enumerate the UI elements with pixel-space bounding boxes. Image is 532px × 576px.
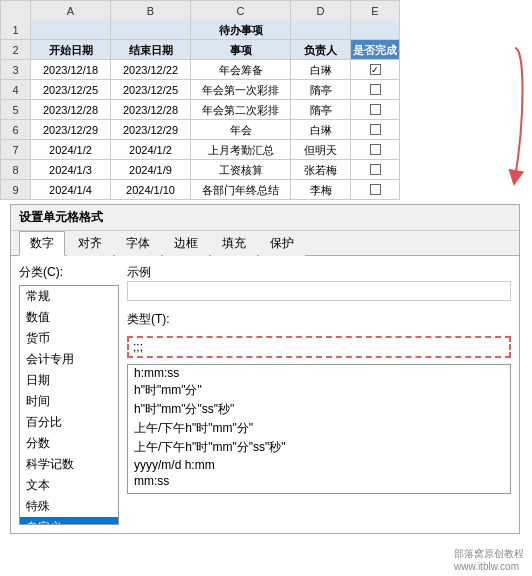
cell-5e[interactable] [350,100,400,120]
cell-7d: 但明天 [290,140,350,160]
fmt-6[interactable]: mm:ss [128,473,510,489]
rownum-6: 6 [0,120,30,140]
cell-2e: 是否完成 [350,40,400,60]
col-header-row: A B C D E [0,0,532,20]
watermark-line2: www.itblw.com [454,561,524,572]
cell-4a: 2023/12/25 [30,80,110,100]
tab-protect[interactable]: 保护 [259,231,305,256]
cat-text[interactable]: 文本 [20,475,118,496]
spreadsheet: A B C D E 1 待办事项 2 开始日期 结束日期 事项 负责人 是否完成… [0,0,532,200]
tab-border[interactable]: 边框 [163,231,209,256]
col-headers: A B C D E [30,0,532,20]
cell-8d: 张若梅 [290,160,350,180]
col-header-d: D [290,0,350,20]
cell-9e[interactable] [350,180,400,200]
cell-2d: 负责人 [290,40,350,60]
cat-currency[interactable]: 货币 [20,328,118,349]
cell-2a: 开始日期 [30,40,110,60]
fmt-3[interactable]: 上午/下午h"时"mm"分" [128,419,510,438]
tab-align[interactable]: 对齐 [67,231,113,256]
format-list[interactable]: h:mm:ss h"时"mm"分" h"时"mm"分"ss"秒" 上午/下午h"… [127,364,511,494]
cell-8e[interactable] [350,160,400,180]
rownum-4: 4 [0,80,30,100]
cell-9a: 2024/1/4 [30,180,110,200]
cell-3a: 2023/12/18 [30,60,110,80]
col-header-e: E [350,0,400,20]
cat-accounting[interactable]: 会计专用 [20,349,118,370]
col-header-b: B [110,0,190,20]
row-5: 5 2023/12/28 2023/12/28 年会第二次彩排 隋亭 [0,100,532,120]
fmt-4[interactable]: 上午/下午h"时"mm"分"ss"秒" [128,438,510,457]
cell-5c: 年会第二次彩排 [190,100,290,120]
example-section: 示例 [127,264,511,301]
checkbox-6[interactable] [370,124,381,135]
cell-8b: 2024/1/9 [110,160,190,180]
cell-6a: 2023/12/29 [30,120,110,140]
right-panel: 示例 类型(T): ;;; h:mm:ss h"时"mm"分" h"时"mm"分… [127,264,511,525]
category-panel: 分类(C): 常规 数值 货币 会计专用 日期 时间 百分比 分数 科学记数 文… [19,264,119,525]
fmt-0[interactable]: h:mm:ss [128,365,510,381]
row-1: 1 待办事项 [0,20,532,40]
rownum-8: 8 [0,160,30,180]
dialog-tabs[interactable]: 数字 对齐 字体 边框 填充 保护 [11,231,519,256]
example-box [127,281,511,301]
cat-percent[interactable]: 百分比 [20,412,118,433]
example-label: 示例 [127,264,511,281]
cell-1b [110,20,190,40]
checkbox-3[interactable] [370,64,381,75]
rownum-1: 1 [0,20,30,40]
row-8: 8 2024/1/3 2024/1/9 工资核算 张若梅 [0,160,532,180]
cat-number[interactable]: 数值 [20,307,118,328]
col-header-a: A [30,0,110,20]
checkbox-9[interactable] [370,184,381,195]
cell-4b: 2023/12/25 [110,80,190,100]
checkbox-8[interactable] [370,164,381,175]
row-9: 9 2024/1/4 2024/1/10 各部门年终总结 李梅 [0,180,532,200]
cell-5a: 2023/12/28 [30,100,110,120]
rownum-3: 3 [0,60,30,80]
category-list[interactable]: 常规 数值 货币 会计专用 日期 时间 百分比 分数 科学记数 文本 特殊 自定… [19,285,119,525]
cat-custom[interactable]: 自定义 [20,517,118,525]
cell-3d: 白琳 [290,60,350,80]
cell-9c: 各部门年终总结 [190,180,290,200]
type-label: 类型(T): [127,311,511,328]
fmt-5[interactable]: yyyy/m/d h:mm [128,457,510,473]
type-input[interactable]: ;;; [127,336,511,358]
cell-1a [30,20,110,40]
tab-fill[interactable]: 填充 [211,231,257,256]
cat-special[interactable]: 特殊 [20,496,118,517]
row-4: 4 2023/12/25 2023/12/25 年会第一次彩排 隋亭 [0,80,532,100]
dialog-title: 设置单元格格式 [11,205,519,231]
cell-3e[interactable] [350,60,400,80]
fmt-2[interactable]: h"时"mm"分"ss"秒" [128,400,510,419]
category-label: 分类(C): [19,264,119,281]
checkbox-7[interactable] [370,144,381,155]
row-7: 7 2024/1/2 2024/1/2 上月考勤汇总 但明天 [0,140,532,160]
cat-normal[interactable]: 常规 [20,286,118,307]
tab-number[interactable]: 数字 [19,231,65,256]
cell-4e[interactable] [350,80,400,100]
fmt-1[interactable]: h"时"mm"分" [128,381,510,400]
cell-6e[interactable] [350,120,400,140]
cell-1e [350,20,400,40]
cat-scientific[interactable]: 科学记数 [20,454,118,475]
cell-9d: 李梅 [290,180,350,200]
cell-4d: 隋亭 [290,80,350,100]
checkbox-5[interactable] [370,104,381,115]
row-6: 6 2023/12/29 2023/12/29 年会 白琳 [0,120,532,140]
tab-font[interactable]: 字体 [115,231,161,256]
cat-fraction[interactable]: 分数 [20,433,118,454]
rownum-7: 7 [0,140,30,160]
cell-2b: 结束日期 [110,40,190,60]
cell-2c: 事项 [190,40,290,60]
cat-time[interactable]: 时间 [20,391,118,412]
dialog-body: 分类(C): 常规 数值 货币 会计专用 日期 时间 百分比 分数 科学记数 文… [11,256,519,533]
cell-7b: 2024/1/2 [110,140,190,160]
cat-date[interactable]: 日期 [20,370,118,391]
checkbox-4[interactable] [370,84,381,95]
cell-3c: 年会筹备 [190,60,290,80]
rownum-5: 5 [0,100,30,120]
cell-7e[interactable] [350,140,400,160]
cell-7a: 2024/1/2 [30,140,110,160]
corner-cell [0,0,30,20]
